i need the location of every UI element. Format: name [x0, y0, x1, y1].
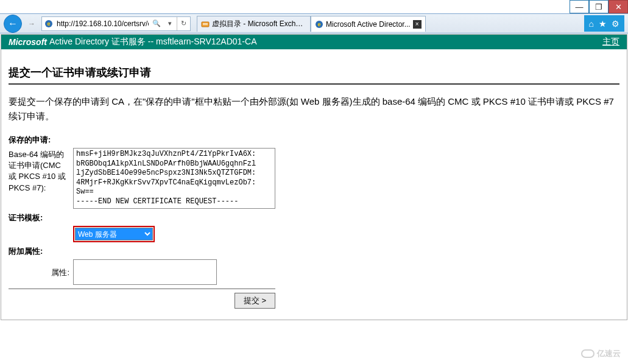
attributes-row: 属性: [9, 259, 619, 285]
page-viewport: Microsoft Active Directory 证书服务 -- msftl… [0, 33, 628, 321]
page-title: 提交一个证书申请或续订申请 [9, 65, 619, 80]
tab-close-button[interactable]: × [413, 20, 422, 29]
template-spacer [9, 226, 69, 227]
search-button[interactable]: 🔍 [150, 17, 163, 30]
attributes-section-label: 附加属性: [9, 246, 619, 257]
svg-rect-3 [203, 23, 208, 24]
saved-request-textarea[interactable] [73, 148, 275, 209]
home-icon[interactable]: ⌂ [589, 19, 594, 29]
saved-request-field-label: Base-64 编码的证书申请(CMC 或 PKCS #10 或 PKCS #7… [9, 148, 69, 194]
title-divider [9, 83, 619, 85]
page-frame: Microsoft Active Directory 证书服务 -- msftl… [1, 34, 627, 320]
settings-icon[interactable]: ⚙ [612, 19, 619, 29]
submit-section: 提交 > [9, 289, 619, 309]
window-controls: — ❐ ✕ [570, 0, 628, 13]
nav-forward-button[interactable]: → [24, 16, 39, 31]
svg-text:e: e [317, 21, 320, 27]
window-close-button[interactable]: ✕ [609, 0, 628, 13]
window-titlebar: — ❐ ✕ [0, 0, 628, 13]
ie-icon: e [315, 20, 323, 29]
banner-service-text: Active Directory 证书服务 -- msftlearn-SRV12… [49, 37, 256, 47]
tab-ad-certservices[interactable]: e Microsoft Active Director... × [311, 16, 426, 32]
template-section-label: 证书模板: [9, 212, 619, 223]
favorites-icon[interactable]: ★ [599, 19, 607, 29]
cert-services-banner: Microsoft Active Directory 证书服务 -- msftl… [1, 35, 627, 49]
submit-divider [9, 289, 275, 289]
url-input[interactable] [55, 17, 150, 30]
submit-button[interactable]: 提交 > [235, 293, 275, 309]
exchange-icon [201, 20, 210, 29]
address-bar: e 🔍 ▾ ↻ [41, 16, 191, 31]
template-select-highlight: Web 服务器 [73, 226, 155, 242]
ie-page-icon: e [42, 19, 55, 28]
tab-exchange-virtualdir[interactable]: 虚拟目录 - Microsoft Exchan... [197, 16, 311, 32]
svg-text:e: e [47, 21, 50, 27]
attributes-field-label: 属性: [9, 266, 69, 278]
saved-request-section-label: 保存的申请: [9, 135, 619, 145]
saved-request-row: Base-64 编码的证书申请(CMC 或 PKCS #10 或 PKCS #7… [9, 148, 619, 209]
template-row: Web 服务器 [9, 226, 619, 242]
tab-label: Microsoft Active Director... [326, 20, 411, 29]
submit-row: 提交 > [9, 293, 275, 309]
banner-brand: Microsoft [9, 37, 47, 47]
template-select[interactable]: Web 服务器 [75, 228, 153, 240]
window-maximize-button[interactable]: ❐ [589, 0, 609, 13]
chrome-right-controls: ⌂ ★ ⚙ [584, 15, 624, 32]
tab-label: 虚拟目录 - Microsoft Exchan... [212, 19, 306, 29]
page-description: 要提交一个保存的申请到 CA，在"保存的申请"框中粘贴一个由外部源(如 Web … [9, 94, 619, 124]
svg-rect-4 [203, 24, 208, 25]
banner-home-link[interactable]: 主页 [602, 37, 619, 47]
url-dropdown-button[interactable]: ▾ [163, 17, 177, 30]
tab-strip: 虚拟目录 - Microsoft Exchan... e Microsoft A… [197, 15, 426, 32]
browser-toolbar: ← → e 🔍 ▾ ↻ 虚拟目录 - Microsoft Exchan... e… [0, 13, 628, 33]
page-content: 提交一个证书申请或续订申请 要提交一个保存的申请到 CA，在"保存的申请"框中粘… [1, 49, 627, 320]
attributes-textarea[interactable] [73, 259, 217, 285]
window-minimize-button[interactable]: — [570, 0, 589, 13]
nav-back-button[interactable]: ← [4, 15, 22, 33]
refresh-button[interactable]: ↻ [177, 17, 190, 30]
